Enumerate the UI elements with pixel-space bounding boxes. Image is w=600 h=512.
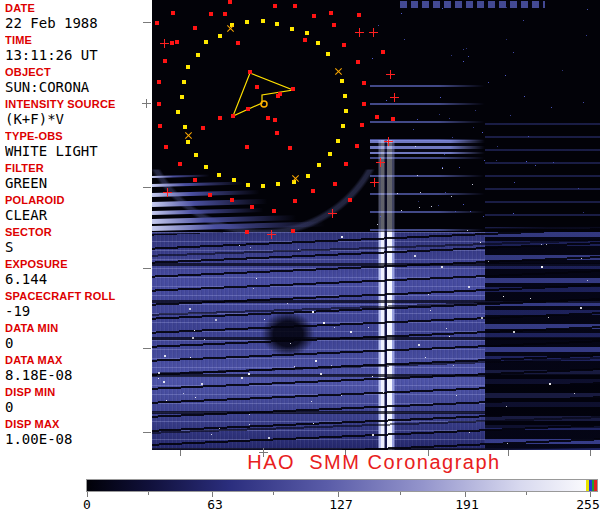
field-object: OBJECT SUN:CORONA xyxy=(5,66,152,98)
field-value: WHITE LIGHT xyxy=(5,143,152,160)
field-disp-min: DISP MIN 0 xyxy=(5,386,152,418)
field-value: S xyxy=(5,239,152,256)
field-data-min: DATA MIN 0 xyxy=(5,322,152,354)
colorbar-end-stripe xyxy=(594,480,597,491)
field-label: TYPE-OBS xyxy=(5,130,152,143)
field-data-max: DATA MAX 8.18E-08 xyxy=(5,354,152,386)
colorbar-gradient xyxy=(87,480,597,491)
field-time: TIME 13:11:26 UT xyxy=(5,34,152,66)
field-type-obs: TYPE-OBS WHITE LIGHT xyxy=(5,130,152,162)
field-value: 1.00E-08 xyxy=(5,431,152,448)
plot-title: HAO SMM Coronagraph xyxy=(247,451,500,474)
colorbar-tick-label: 63 xyxy=(207,497,223,512)
field-label: OBJECT xyxy=(5,66,152,79)
field-intensity-source: INTENSITY SOURCE (K+F)*V xyxy=(5,98,152,130)
fiducial-dots xyxy=(152,0,600,450)
field-value: 8.18E-08 xyxy=(5,367,152,384)
field-value: 6.144 xyxy=(5,271,152,288)
field-label: DATA MIN xyxy=(5,322,152,335)
field-value: (K+F)*V xyxy=(5,111,152,128)
field-label: DISP MAX xyxy=(5,418,152,431)
field-value: SUN:CORONA xyxy=(5,79,152,96)
field-polaroid: POLAROID CLEAR xyxy=(5,194,152,226)
field-label: DATA MAX xyxy=(5,354,152,367)
colorbar-tick-label: 255 xyxy=(576,497,599,512)
field-value: CLEAR xyxy=(5,207,152,224)
field-label: POLAROID xyxy=(5,194,152,207)
field-label: INTENSITY SOURCE xyxy=(5,98,152,111)
field-label: FILTER xyxy=(5,162,152,175)
field-filter: FILTER GREEN xyxy=(5,162,152,194)
field-date: DATE 22 Feb 1988 xyxy=(5,2,152,34)
field-label: DATE xyxy=(5,2,152,15)
field-label: TIME xyxy=(5,34,152,47)
field-value: GREEN xyxy=(5,175,152,192)
colorbar-tick-label: 191 xyxy=(455,497,478,512)
field-sector: SECTOR S xyxy=(5,226,152,258)
field-value: 22 Feb 1988 xyxy=(5,15,152,32)
field-spacecraft-roll: SPACECRAFT ROLL -19 xyxy=(5,290,152,322)
colorbar xyxy=(86,479,598,492)
field-value: 0 xyxy=(5,399,152,416)
field-value: -19 xyxy=(5,303,152,320)
coronagraph-image xyxy=(152,0,600,450)
field-label: EXPOSURE xyxy=(5,258,152,271)
colorbar-tick-label: 0 xyxy=(83,497,91,512)
field-value: 0 xyxy=(5,335,152,352)
field-exposure: EXPOSURE 6.144 xyxy=(5,258,152,290)
field-value: 13:11:26 UT xyxy=(5,47,152,64)
field-label: SECTOR xyxy=(5,226,152,239)
metadata-sidebar: DATE 22 Feb 1988 TIME 13:11:26 UT OBJECT… xyxy=(0,0,152,450)
field-label: SPACECRAFT ROLL xyxy=(5,290,152,303)
colorbar-tick-label: 127 xyxy=(329,497,352,512)
field-disp-max: DISP MAX 1.00E-08 xyxy=(5,418,152,450)
field-label: DISP MIN xyxy=(5,386,152,399)
